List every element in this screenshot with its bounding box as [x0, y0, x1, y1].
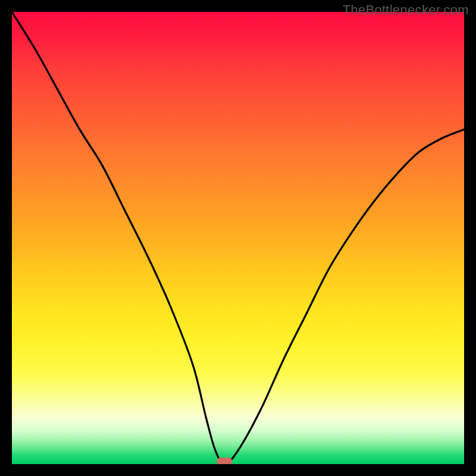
plot-area	[12, 12, 464, 464]
chart-frame: TheBottlenecker.com	[0, 0, 476, 476]
curve-line	[12, 12, 464, 464]
vertex-marker	[217, 458, 232, 464]
watermark-text: TheBottlenecker.com	[343, 2, 469, 18]
bottleneck-curve	[12, 12, 464, 464]
